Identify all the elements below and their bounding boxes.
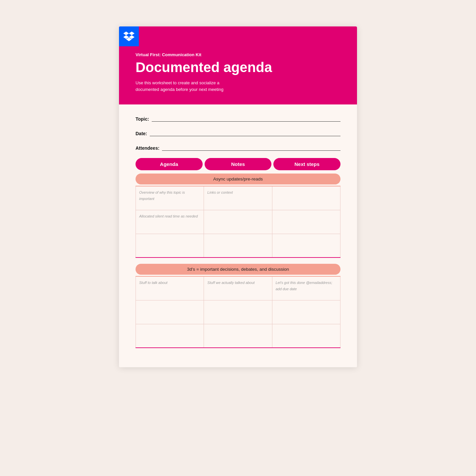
table-cell [272,324,340,348]
table-cell [204,324,272,348]
tab-next-steps[interactable]: Next steps [273,158,340,170]
table-cell: Stuff we actually talked about [204,276,272,300]
section-async-header: Async updates/pre-reads [136,174,340,184]
header: Virtual First: Communication Kit Documen… [119,26,357,104]
header-description: Use this worksheet to create and sociali… [136,80,241,93]
section-async-table: Overview of why this topic is important … [136,186,340,258]
tabs-row: Agenda Notes Next steps [136,158,340,170]
cell-hint: Allocated silent read time as needed [139,214,198,218]
table-cell: Overview of why this topic is important [136,186,204,210]
section-3ds-header: 3d's = important decisions, debates, and… [136,264,340,275]
table-cell: Let's got this done @emailaddress; add d… [272,276,340,300]
table-cell [204,234,272,258]
table-cell [136,324,204,348]
table-cell: Stuff to talk about [136,276,204,300]
topic-field-row: Topic: [136,114,340,122]
cell-hint: Stuff to talk about [139,281,168,285]
tab-notes[interactable]: Notes [205,158,272,170]
date-field-row: Date: [136,129,340,136]
header-subtitle: Virtual First: Communication Kit [136,52,340,57]
table-row: Overview of why this topic is important … [136,186,340,210]
cell-hint: Links or context [207,190,233,194]
attendees-label: Attendees: [136,145,159,151]
section-3ds-table: Stuff to talk about Stuff we actually ta… [136,276,340,348]
body: Topic: Date: Attendees: Agenda Notes Nex… [119,104,357,367]
attendees-field-row: Attendees: [136,143,340,151]
date-input[interactable] [150,129,340,136]
dropbox-icon [123,31,135,41]
tab-agenda[interactable]: Agenda [136,158,203,170]
table-cell [136,300,204,324]
topic-input[interactable] [152,114,340,122]
cell-hint: Overview of why this topic is important [139,190,185,200]
table-cell [272,300,340,324]
topic-label: Topic: [136,116,149,122]
date-label: Date: [136,131,147,136]
dropbox-logo [119,26,139,46]
table-cell [204,210,272,234]
table-cell [136,234,204,258]
table-cell [272,234,340,258]
table-cell [272,210,340,234]
table-row [136,300,340,324]
attendees-input[interactable] [162,143,340,151]
table-cell: Allocated silent read time as needed [136,210,204,234]
table-cell [272,186,340,210]
table-row [136,234,340,258]
table-row [136,324,340,348]
cell-hint: Let's got this done @emailaddress; add d… [276,281,333,291]
document: Virtual First: Communication Kit Documen… [119,26,357,367]
header-title: Documented agenda [136,60,340,75]
table-cell [204,300,272,324]
table-row: Allocated silent read time as needed [136,210,340,234]
table-row: Stuff to talk about Stuff we actually ta… [136,276,340,300]
cell-hint: Stuff we actually talked about [207,281,255,285]
table-cell: Links or context [204,186,272,210]
